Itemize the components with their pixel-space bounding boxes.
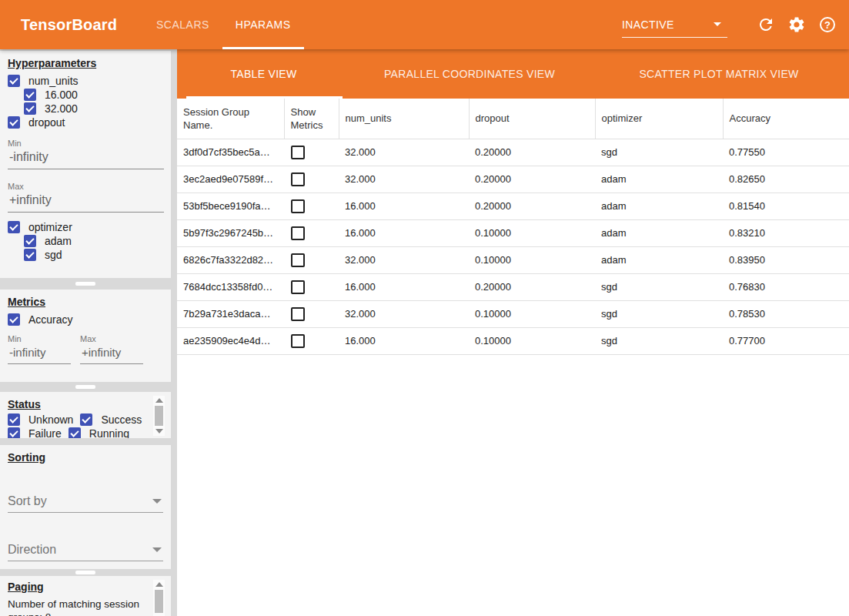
checkbox-checked-icon[interactable] — [8, 313, 20, 326]
checkbox-checked-icon[interactable] — [69, 427, 81, 438]
checkbox-checked-icon[interactable] — [24, 89, 36, 101]
max-input[interactable]: +infinity — [8, 191, 164, 213]
scroll-up-icon[interactable] — [155, 582, 163, 587]
dropdown-arrow-icon — [152, 547, 162, 552]
checkbox-checked-icon[interactable] — [24, 235, 36, 247]
refresh-button[interactable] — [757, 15, 775, 34]
scroll-down-icon[interactable] — [155, 429, 163, 434]
session-group-name: 5b97f3c2967245b… — [177, 219, 284, 246]
accuracy-value: 0.77550 — [723, 139, 849, 166]
checkbox-row-sgd[interactable]: sgd — [24, 248, 171, 262]
checkbox-row-16[interactable]: 16.000 — [24, 88, 171, 102]
status-row-1: Unknown Success — [8, 413, 171, 427]
table-row: 3ec2aed9e07589f… 32.000 0.20000 adam 0.8… — [177, 166, 849, 192]
checkbox-checked-icon[interactable] — [24, 249, 36, 261]
min-input[interactable]: -infinity — [8, 148, 164, 169]
plugin-tabs: SCALARS HPARAMS — [143, 0, 304, 49]
tab-scatter-plot-matrix-view[interactable]: SCATTER PLOT MATRIX VIEW — [589, 49, 849, 99]
show-metrics-checkbox-unchecked[interactable] — [291, 334, 305, 348]
checkbox-checked-icon[interactable] — [8, 221, 20, 233]
hparams-sidebar: Hyperparameters num_units 16.000 32.000 … — [0, 49, 177, 616]
checkbox-checked-icon[interactable] — [8, 116, 20, 129]
session-group-name: 7684dcc13358fd0… — [177, 273, 284, 300]
checkbox-checked-icon[interactable] — [24, 102, 36, 115]
accuracy-value: 0.78530 — [723, 300, 849, 327]
tab-table-view-label: TABLE VIEW — [231, 68, 297, 80]
column-header-show-metrics[interactable]: Show Metrics — [284, 99, 339, 139]
checkbox-row-num-units[interactable]: num_units — [8, 74, 171, 88]
scrollbar-thumb[interactable] — [155, 590, 163, 613]
max-input[interactable]: +infinity — [80, 343, 143, 364]
table-row: 53bf5bece9190fa… 16.000 0.20000 adam 0.8… — [177, 192, 849, 219]
paging-scrollbar[interactable] — [153, 580, 165, 616]
direction-placeholder: Direction — [8, 543, 56, 557]
column-header-accuracy[interactable]: Accuracy — [723, 99, 849, 139]
panel-divider — [0, 438, 171, 445]
resize-handle[interactable] — [75, 282, 95, 286]
checkbox-checked-icon[interactable] — [8, 413, 20, 426]
table-header-row: Session Group Name. Show Metrics num_uni… — [177, 99, 849, 139]
column-header-session-group-name[interactable]: Session Group Name. — [177, 99, 284, 139]
app-title: TensorBoard — [21, 16, 117, 34]
show-metrics-checkbox-unchecked[interactable] — [291, 172, 305, 186]
panel-divider — [0, 569, 171, 576]
resize-handle[interactable] — [75, 571, 95, 574]
checkbox-checked-icon[interactable] — [80, 413, 92, 426]
num-units-value: 32.000 — [339, 300, 469, 327]
dropout-value: 0.10000 — [469, 300, 595, 327]
optimizer-value: sgd — [595, 327, 723, 354]
checkbox-row-adam[interactable]: adam — [24, 234, 171, 248]
tab-scalars-label: SCALARS — [156, 18, 209, 31]
dropout-max-field: Max +infinity — [8, 182, 163, 213]
show-metrics-checkbox-unchecked[interactable] — [291, 253, 305, 267]
num-units-value: 16.000 — [339, 192, 469, 219]
tab-hparams-label: HPARAMS — [236, 18, 291, 31]
optimizer-value: sgd — [595, 300, 723, 327]
checkbox-row-32[interactable]: 32.000 — [24, 102, 171, 116]
show-metrics-checkbox-unchecked[interactable] — [291, 280, 305, 294]
checkbox-row-optimizer[interactable]: optimizer — [8, 220, 171, 234]
column-header-num-units[interactable]: num_units — [339, 99, 469, 139]
session-group-name: 6826c7fa3322d82… — [177, 246, 284, 273]
accuracy-value: 0.77700 — [723, 327, 849, 354]
status-scrollbar[interactable] — [153, 396, 165, 436]
show-metrics-checkbox-unchecked[interactable] — [291, 226, 305, 240]
table-row: ae235909ec4e4d… 16.000 0.10000 sgd 0.777… — [177, 327, 849, 354]
column-header-dropout[interactable]: dropout — [469, 99, 595, 139]
checkbox-label: optimizer — [28, 221, 72, 233]
checkbox-label: 16.000 — [45, 89, 78, 101]
table-row: 7684dcc13358fd0… 16.000 0.20000 sgd 0.76… — [177, 273, 849, 300]
tab-table-view[interactable]: TABLE VIEW — [177, 49, 350, 99]
toolbar-controls: INACTIVE — [622, 0, 837, 49]
checkbox-checked-icon[interactable] — [8, 75, 20, 87]
column-header-optimizer[interactable]: optimizer — [595, 99, 723, 139]
scrollbar-thumb[interactable] — [155, 406, 163, 426]
help-button[interactable] — [818, 15, 837, 34]
table-row: 6826c7fa3322d82… 32.000 0.10000 adam 0.8… — [177, 246, 849, 273]
checkbox-checked-icon[interactable] — [8, 427, 20, 438]
checkbox-label: dropout — [28, 116, 65, 129]
settings-button[interactable] — [787, 15, 806, 34]
show-metrics-checkbox-unchecked[interactable] — [291, 307, 305, 321]
show-metrics-checkbox-unchecked[interactable] — [291, 146, 305, 159]
status-heading: Status — [8, 398, 171, 410]
tab-parallel-coordinates-view[interactable]: PARALLEL COORDINATES VIEW — [350, 49, 589, 99]
checkbox-row-dropout[interactable]: dropout — [8, 116, 171, 129]
min-input[interactable]: -infinity — [8, 343, 71, 364]
checkbox-row-accuracy[interactable]: Accuracy — [8, 313, 171, 326]
optimizer-value: sgd — [595, 273, 723, 300]
status-panel: Status Unknown Success Failure Running — [0, 392, 171, 438]
direction-select[interactable]: Direction — [8, 538, 163, 561]
dropout-value: 0.10000 — [469, 327, 595, 354]
dropdown-arrow-icon — [714, 22, 721, 26]
paging-heading: Paging — [8, 581, 171, 593]
sorting-panel: Sorting Sort by Direction — [0, 445, 171, 569]
show-metrics-checkbox-unchecked[interactable] — [291, 199, 305, 213]
optimizer-value: adam — [595, 219, 723, 246]
reload-status-dropdown[interactable]: INACTIVE — [622, 12, 727, 38]
tab-scalars[interactable]: SCALARS — [143, 0, 222, 49]
tab-hparams[interactable]: HPARAMS — [222, 0, 304, 49]
resize-handle[interactable] — [75, 385, 95, 389]
scroll-up-icon[interactable] — [155, 398, 163, 403]
sort-by-select[interactable]: Sort by — [8, 490, 163, 513]
